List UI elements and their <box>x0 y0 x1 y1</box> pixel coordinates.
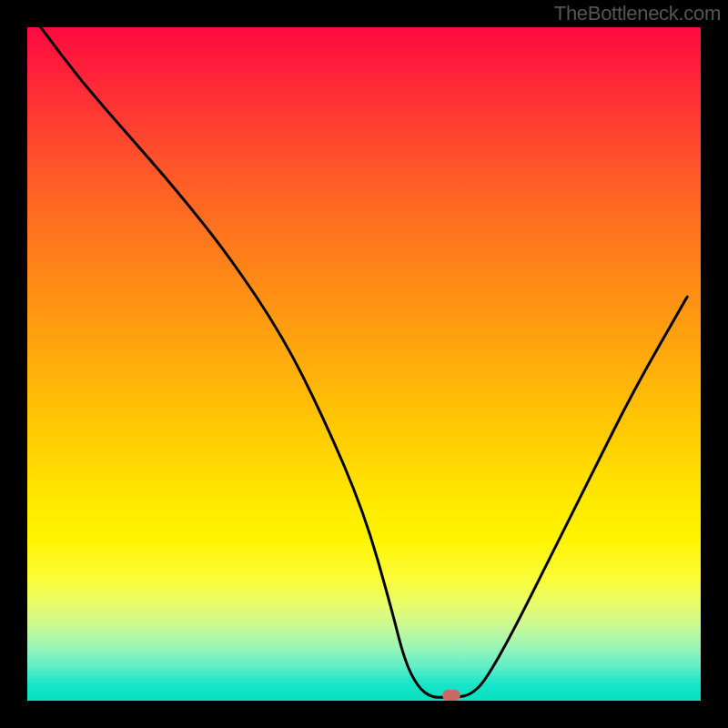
watermark-text: TheBottleneck.com <box>554 2 721 25</box>
bottleneck-curve <box>41 27 687 697</box>
chart-container: TheBottleneck.com <box>0 0 728 728</box>
optimal-marker <box>442 690 460 701</box>
plot-area <box>27 27 701 701</box>
curve-svg <box>27 27 701 701</box>
